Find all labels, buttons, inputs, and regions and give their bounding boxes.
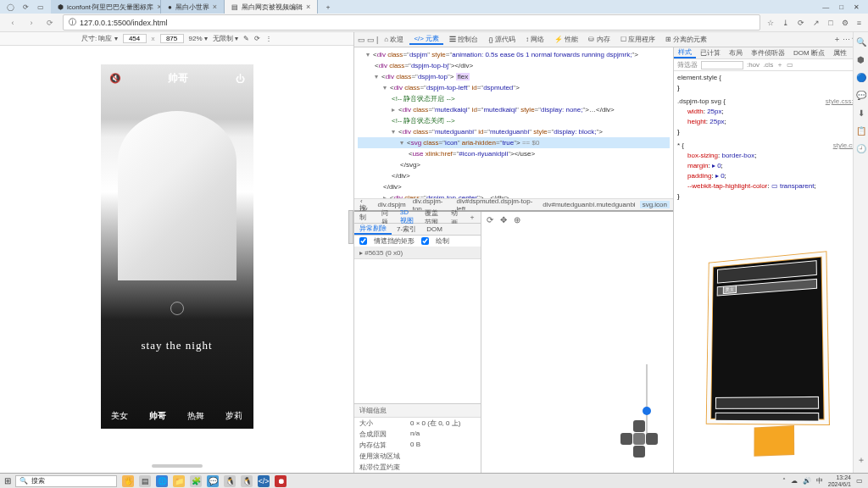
subtab-culling[interactable]: 异常剔除	[354, 224, 392, 235]
cls-toggle[interactable]: .cls	[763, 61, 773, 69]
sidebar-icon[interactable]: ⬇	[858, 108, 865, 118]
minimize-button[interactable]: —	[822, 3, 829, 11]
sidebar-icon[interactable]: 🔵	[856, 73, 866, 82]
layer-badge[interactable]: 美女	[723, 285, 737, 294]
tray-volume-icon[interactable]: 🔊	[803, 477, 811, 485]
device-height-input[interactable]	[160, 34, 184, 43]
subtab-zindex[interactable]: 7-索引	[392, 225, 421, 234]
new-rule-icon[interactable]: ＋	[776, 60, 783, 69]
site-info-icon[interactable]: ⓘ	[69, 17, 76, 28]
nav-item-3[interactable]: 萝莉	[225, 410, 242, 422]
browser-tab-0[interactable]: ⬢ iconfont·阿里巴巴矢量图标库 ×	[51, 0, 161, 14]
maximize-button[interactable]: □	[839, 3, 843, 11]
device-width-input[interactable]	[123, 34, 147, 43]
dpad-right[interactable]	[646, 433, 658, 445]
start-button[interactable]: ⊞	[0, 476, 15, 485]
pan-icon[interactable]: ✥	[500, 215, 507, 225]
forward-button[interactable]: ›	[25, 19, 37, 27]
tray-weather-icon[interactable]: ☁	[791, 477, 798, 485]
bookmark-icon[interactable]: ☆	[767, 19, 774, 27]
more-icon[interactable]: ⋯	[843, 36, 850, 44]
subtab-dom[interactable]: DOM	[421, 225, 448, 233]
tab-network[interactable]: ↕ 网络	[521, 35, 548, 44]
styles-tab-dombp[interactable]: DOM 断点	[789, 48, 829, 58]
styles-tab-computed[interactable]: 已计算	[696, 48, 725, 58]
taskbar-app[interactable]: 🧩	[190, 475, 202, 487]
taskbar-app[interactable]: ▤	[139, 475, 151, 487]
device-size-label[interactable]: 尺寸: 响应 ▾	[81, 34, 118, 43]
3d-view[interactable]: ⟳ ✥ ⊕ 美女	[481, 212, 673, 473]
nav-item-0[interactable]: 美女	[111, 410, 128, 422]
hov-toggle[interactable]: :hov	[747, 61, 760, 69]
bc-item-selected[interactable]: svg.icon	[640, 201, 670, 208]
devbar-icon[interactable]: ✎	[243, 35, 249, 42]
bc-item[interactable]: div#mutedguanbi.mutedguanbi	[540, 201, 637, 208]
dom-tree[interactable]: ▾<div class="dspjm" style="animation: 0.…	[354, 47, 673, 198]
tab-welcome[interactable]: ⌂ 欢迎	[380, 35, 408, 44]
taskbar-app[interactable]: </>	[258, 475, 270, 487]
bc-item[interactable]: div#dspmuted.dspjm-top-left	[453, 198, 538, 210]
tab-performance[interactable]: ⚡ 性能	[550, 35, 582, 44]
layer-extra[interactable]	[754, 425, 794, 457]
h-scrollbar-thumb[interactable]	[152, 464, 203, 468]
sidebar-icon[interactable]: 💬	[856, 91, 866, 100]
tab-console[interactable]: ☰ 控制台	[445, 35, 482, 44]
url-input[interactable]: ⓘ 127.0.0.1:5500/index.html	[63, 14, 760, 30]
dpad-down[interactable]	[633, 446, 645, 458]
slider-thumb[interactable]	[643, 407, 651, 415]
taskbar-app[interactable]: 🖐	[122, 475, 134, 487]
add-tab-icon[interactable]: ＋	[833, 34, 841, 45]
styles-tab-props[interactable]: 属性	[829, 48, 851, 58]
tab-elements[interactable]: </> 元素	[409, 34, 443, 45]
reset-view-icon[interactable]: ⟳	[487, 215, 493, 225]
tray-notifications-icon[interactable]: ▭	[856, 477, 863, 485]
taskbar-app[interactable]: 🌐	[156, 475, 168, 487]
tab-memory[interactable]: ⛁ 内存	[584, 35, 614, 44]
back-button[interactable]: ‹	[7, 19, 19, 27]
chk-paint[interactable]	[421, 237, 429, 245]
drawer-tab-add[interactable]: ＋	[464, 213, 481, 222]
sidebar-add-icon[interactable]: ＋	[857, 454, 865, 466]
menu-icon[interactable]: ≡	[857, 19, 861, 27]
dpad-center[interactable]	[633, 433, 645, 445]
taskbar-search[interactable]: 🔍 搜索	[15, 475, 117, 487]
reload-icon[interactable]: ⟳	[23, 3, 29, 11]
resize-handle[interactable]	[348, 210, 353, 244]
menu-icon[interactable]: ▭	[37, 3, 44, 11]
nav-item-2[interactable]: 热舞	[187, 410, 204, 422]
dpad-left[interactable]	[620, 433, 632, 445]
device-toggle-icon[interactable]: ▭	[367, 36, 375, 44]
taskbar-app[interactable]: 🐧	[241, 475, 253, 487]
sidebar-icon[interactable]: 🕘	[856, 144, 866, 153]
collections-icon[interactable]: □	[828, 19, 832, 27]
tray-clock[interactable]: 13:24 2024/6/1	[828, 474, 851, 488]
tab-application[interactable]: ☐ 应用程序	[616, 35, 659, 44]
close-button[interactable]: ✕	[854, 3, 860, 11]
settings-icon[interactable]: ⚙	[842, 19, 849, 27]
nav-item-1[interactable]: 帅哥	[149, 410, 166, 422]
taskbar-app[interactable]: 📁	[173, 475, 185, 487]
close-icon[interactable]: ×	[306, 3, 310, 11]
styles-filter-input[interactable]	[701, 61, 743, 69]
color-icon[interactable]: ▭	[787, 61, 793, 69]
3d-layers[interactable]: 美女	[706, 251, 830, 425]
tab-sources[interactable]: {} 源代码	[484, 35, 520, 44]
devbar-icon[interactable]: ⟳	[254, 35, 260, 42]
power-icon[interactable]: ⏻	[236, 74, 245, 84]
inspect-icon[interactable]: ▭	[358, 36, 365, 44]
layer[interactable]	[715, 396, 819, 409]
styles-tab-layout[interactable]: 布局	[725, 48, 747, 58]
browser-tab-1[interactable]: ● 黑白小世界 ×	[161, 0, 225, 14]
device-zoom-select[interactable]: 92% ▾	[189, 35, 208, 42]
close-icon[interactable]: ×	[213, 3, 217, 11]
styles-tab-styles[interactable]: 样式	[674, 47, 696, 58]
refresh-icon[interactable]: ⟳	[798, 19, 804, 27]
sidebar-icon[interactable]: ⬢	[857, 55, 865, 64]
chk-rect[interactable]	[359, 237, 367, 245]
tray-ime-icon[interactable]: 中	[816, 476, 823, 485]
share-icon[interactable]: ↗	[813, 19, 820, 27]
mobile-preview[interactable]: 🔇 帅哥 ⏻ stay the night 美女 帅哥 热舞 萝莉	[101, 64, 253, 429]
tab-detached[interactable]: ⊞ 分离的元素	[661, 35, 711, 44]
device-throttle-select[interactable]: 无限制 ▾	[213, 34, 238, 43]
layer[interactable]	[715, 413, 820, 422]
